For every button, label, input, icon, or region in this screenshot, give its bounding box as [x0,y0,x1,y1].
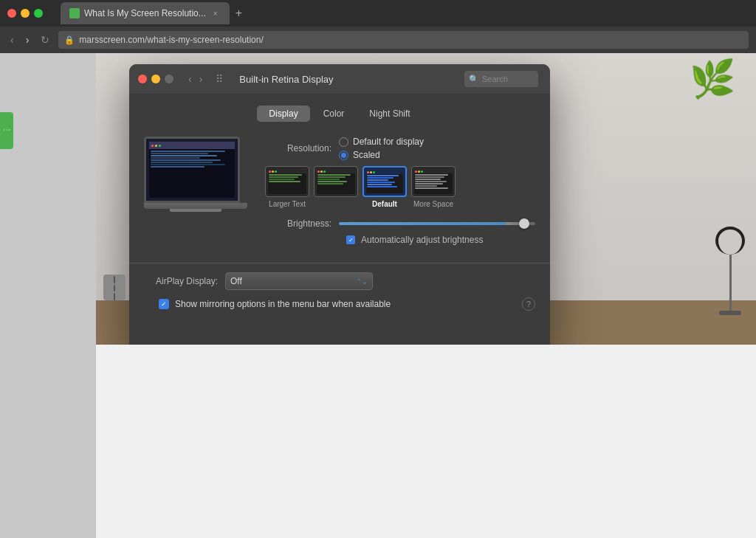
mac-search-bar[interactable]: 🔍 Search [464,71,538,87]
sp-dot-g-3 [373,171,375,173]
code-line [151,151,225,152]
active-tab[interactable]: What Is My Screen Resolutio... × [61,2,230,24]
mac-dialog-title: Built-in Retina Display [239,74,333,85]
laptop-screen [144,137,240,203]
scale-content-line-4 [415,174,448,176]
code-line [151,157,200,159]
scale-preview-more-space[interactable] [411,166,456,197]
address-bar[interactable]: 🔒 marsscreen.com/what-is-my-screen-resol… [58,31,749,49]
brightness-thumb[interactable] [519,218,529,229]
mac-close-button[interactable] [138,75,147,83]
mac-dialog-titlebar: ‹ › ⠿ Built-in Retina Display 🔍 Search [129,64,550,94]
mirroring-checkbox[interactable]: ✓ [159,299,169,309]
scale-content-line [269,179,295,180]
airplay-select[interactable]: Off ⌃⌄ [225,272,373,290]
mac-display-preferences-dialog: ‹ › ⠿ Built-in Retina Display 🔍 Search [129,64,550,345]
code-line [151,164,225,165]
resolution-section: Resolution: Default for display [265,137,535,245]
mac-minimize-button[interactable] [151,75,160,83]
tab-bar: What Is My Screen Resolutio... × + [55,2,749,24]
help-button[interactable]: ? [522,297,535,311]
scale-default[interactable]: Default [362,166,407,208]
mac-forward-button[interactable]: › [196,72,206,86]
pencil-icon-2 [114,285,115,292]
forward-button[interactable]: › [23,31,32,49]
resolution-row: Resolution: Default for display [265,137,535,160]
scale-label-more-space: More Space [413,200,453,208]
code-line [151,155,217,156]
tab-color[interactable]: Color [312,106,357,122]
mac-traffic-lights [138,75,173,83]
radio-circle-scaled [339,151,348,160]
browser-window: What Is My Screen Resolutio... × + ‹ › ↻… [0,0,756,538]
desk-items [103,275,126,300]
scale-options: Larger Text [265,166,535,208]
scale-preview-medium[interactable] [314,166,358,197]
back-button[interactable]: ‹ [7,31,17,49]
auto-brightness-label: Automatically adjust brightness [361,235,483,245]
main-area: 🌿 [96,53,756,538]
airplay-label: AirPlay Display: [144,276,218,286]
scale-more-space[interactable]: More Space [411,166,456,208]
scale-content-line-3 [367,177,394,179]
room-plant: 🌿 [690,61,734,134]
scale-preview-larger[interactable] [265,166,309,197]
sp-dot-y-3 [370,171,372,173]
scale-content-line-3 [367,184,392,185]
scale-preview-default[interactable] [362,166,407,197]
refresh-button[interactable]: ↻ [38,31,52,49]
scale-content-line-4 [415,179,441,180]
tab-close-button[interactable]: × [210,8,221,18]
tab-favicon [69,8,80,18]
scale-medium[interactable] [314,166,358,208]
scale-larger-text[interactable]: Larger Text [265,166,309,208]
laptop-screen-bar [149,142,235,149]
sp-dot-g [275,170,277,173]
code-line [151,153,208,154]
mac-grid-button[interactable]: ⠿ [211,72,227,86]
tab-title: What Is My Screen Resolutio... [84,8,206,18]
scale-content-line-3 [367,182,395,183]
window-traffic-lights [7,9,43,18]
sidebar-green-tab[interactable]: ⋮ [0,112,13,149]
scale-content-line-4 [415,183,443,184]
new-tab-button[interactable]: + [233,7,245,20]
brightness-slider[interactable] [339,222,535,225]
code-line [151,166,205,168]
radio-label-scaled: Scaled [353,150,380,160]
mac-back-button[interactable]: ‹ [185,72,195,86]
auto-brightness-checkbox[interactable]: ✓ [346,235,355,244]
address-text: marsscreen.com/what-is-my-screen-resolut… [79,35,263,45]
airplay-select-value: Off [230,276,242,286]
airplay-select-arrow-icon: ⌃⌄ [356,277,368,286]
scale-content-line-2 [317,181,347,182]
radio-scaled[interactable]: Scaled [339,150,424,160]
sp-dot-y-2 [320,170,323,173]
scale-content-line-4 [415,181,447,182]
pencil-icon-3 [114,293,115,300]
scale-content-line [269,176,298,178]
close-button[interactable] [7,9,16,18]
scale-content-line-2 [317,176,346,178]
scale-content-line-3 [367,175,399,176]
fullscreen-button[interactable] [34,9,43,18]
tab-display[interactable]: Display [257,106,309,122]
tab-night-shift[interactable]: Night Shift [357,106,422,122]
radio-default[interactable]: Default for display [339,137,424,147]
sp-dot-y [272,170,274,173]
stand-base [719,311,741,315]
scale-content-line [269,174,302,176]
scale-preview-content [268,173,306,194]
page-content: ⋮ 🌿 [0,53,756,538]
headphone-icon [715,227,745,255]
scale-content-line-4 [415,176,444,178]
laptop-base [144,203,247,209]
lock-icon: 🔒 [64,35,75,45]
mac-dialog-content: Display Color Night Shift [129,94,550,257]
display-settings-row: Resolution: Default for display [144,137,535,245]
minimize-button[interactable] [21,9,30,18]
scale-label-larger: Larger Text [269,200,306,208]
sp-dot-r [269,170,271,173]
laptop-dot-red [151,145,154,147]
mac-zoom-button[interactable] [165,75,173,83]
